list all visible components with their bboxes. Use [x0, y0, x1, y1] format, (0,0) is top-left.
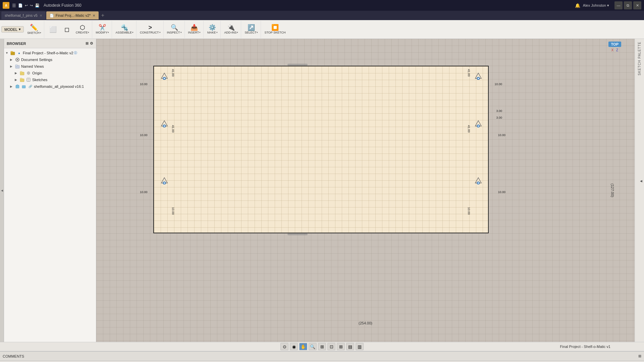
- tree-item-component[interactable]: ▶ 🔗 shelfomatic_all_plywood v16:1: [4, 83, 96, 90]
- h-scroll-indicator: [287, 64, 308, 66]
- svg-rect-18: [22, 85, 25, 88]
- addins-button[interactable]: 🔌 ADD-INS ▾: [223, 24, 239, 35]
- insert-button[interactable]: 📥 INSERT ▾: [187, 24, 202, 35]
- tab-shelfomat[interactable]: shelfomat_f_pins v5 ✕: [1, 11, 46, 19]
- tree-item-doc-settings[interactable]: ▶ Document Settings: [4, 56, 96, 63]
- constraint-br: [475, 177, 482, 185]
- tree-item-named-views[interactable]: ▶ Named Views: [4, 63, 96, 70]
- toolbar-group-assemble: 🔩 ASSEMBLE ▾: [113, 21, 137, 38]
- stop-sketch-label: STOP SKETCH: [264, 31, 285, 34]
- svg-point-27: [164, 182, 165, 184]
- component-arrow: ▶: [10, 85, 15, 88]
- tree-item-sketches[interactable]: ▶ Sketches: [4, 76, 96, 83]
- extrude-button[interactable]: ⬜: [46, 24, 60, 35]
- root-status-icon: ●: [16, 50, 22, 56]
- sketch-button[interactable]: ✏️ SKETCH ▾: [26, 23, 43, 35]
- doc-settings-icon: [15, 57, 20, 62]
- redo-btn[interactable]: ↪: [30, 3, 33, 8]
- browser-settings-icon[interactable]: ⚙: [90, 41, 93, 46]
- restore-button[interactable]: ⧉: [624, 1, 632, 9]
- construct-button[interactable]: > CONSTRUCT ▾: [139, 24, 162, 35]
- comments-expand-icon[interactable]: ⊞: [638, 354, 641, 358]
- minimize-button[interactable]: —: [614, 1, 623, 9]
- select-label: SELECT: [245, 31, 256, 34]
- origin-arrow: ▶: [15, 71, 19, 75]
- insert-label: INSERT: [188, 31, 199, 34]
- constraint-mr: [475, 120, 482, 128]
- save-btn[interactable]: 💾: [35, 3, 40, 8]
- toolbar: MODEL ▾ ✏️ SKETCH ▾ ⬜ ◻ ⬡ CREATE ▾: [0, 20, 644, 39]
- insert-icon: 📥: [191, 24, 198, 31]
- tree-item-origin[interactable]: ▶ Origin: [4, 70, 96, 76]
- right-dim-label: (127.00): [610, 184, 614, 197]
- toolbar-group-addins: 🔌 ADD-INS ▾: [221, 21, 241, 38]
- origin-icon: [26, 70, 31, 76]
- dim-mr-3-bot: 3.00: [496, 116, 502, 119]
- model-menu-button[interactable]: MODEL ▾: [1, 26, 24, 33]
- zoom-window-button[interactable]: ⊞: [318, 343, 326, 350]
- assemble-button[interactable]: 🔩 ASSEMBLE ▾: [114, 24, 135, 35]
- user-name[interactable]: Alex Johnston ▾: [583, 3, 609, 8]
- viewport[interactable]: 41.00 10.00 10.00 41.00 10.00: [96, 39, 635, 342]
- create-icon: ⬡: [80, 24, 85, 31]
- sketches-label: Sketches: [32, 78, 47, 82]
- assemble-icon: 🔩: [121, 24, 128, 31]
- construct-label: CONSTRUCT: [140, 31, 159, 34]
- sketches-folder-icon: [19, 77, 25, 82]
- svg-point-24: [164, 125, 165, 127]
- tree-item-root[interactable]: ▼ ● Final Project - Shelf-o-Matic v2 ⓪: [4, 50, 96, 56]
- inspect-button[interactable]: 🔍 INSPECT ▾: [166, 24, 183, 35]
- bottom-dim-label: (254.00): [359, 321, 372, 325]
- create-button[interactable]: ⬡ CREATE ▾: [74, 24, 91, 35]
- dim-bl-h: 10.00: [140, 190, 148, 194]
- svg-point-3: [17, 59, 18, 60]
- browser-collapse-handle[interactable]: ◀: [0, 39, 4, 342]
- dim-ml-h: 10.00: [140, 133, 148, 137]
- axis-top-label[interactable]: TOP: [608, 42, 621, 47]
- toolbar-group-stopsketch: ⏹️ STOP SKETCH: [262, 21, 288, 38]
- dim-bl-v: 10.00: [171, 207, 175, 215]
- constraint-tl: [161, 72, 168, 81]
- display-button[interactable]: ▤: [346, 343, 354, 350]
- new-tab-button[interactable]: +: [99, 12, 106, 19]
- toolbar-group-construct: > CONSTRUCT ▾: [137, 21, 164, 38]
- orbit-button[interactable]: ⊙: [280, 343, 288, 350]
- undo-btn[interactable]: ↩: [25, 3, 28, 8]
- status-bar: ⊙ ◉ ✋ 🔍 ⊞ ⊡ ⊞ ▤ ▥ Final Project - Shelf-…: [0, 342, 644, 351]
- browser-expand-icon[interactable]: ⊞: [86, 41, 89, 46]
- root-badge: ⓪: [74, 51, 77, 55]
- comments-bar: COMMENTS ⊞: [0, 351, 644, 361]
- create-label: CREATE: [76, 31, 88, 34]
- svg-point-36: [478, 182, 479, 184]
- palette-collapse[interactable]: ◀: [638, 178, 644, 184]
- file-menu[interactable]: 📄: [18, 3, 23, 8]
- browser-title: BROWSER: [7, 42, 26, 46]
- sketch-grid: [154, 66, 488, 233]
- toolbar-group-inspect: 🔍 INSPECT ▾: [164, 21, 185, 38]
- fit-button[interactable]: ⊡: [327, 343, 335, 350]
- toolbar-group-create: ⬜ ◻ ⬡ CREATE ▾: [45, 21, 93, 38]
- revolve-button[interactable]: ◻: [60, 24, 74, 35]
- look-at-button[interactable]: ◉: [290, 343, 298, 350]
- toolbar-group-select: ↗️ SELECT ▾: [242, 21, 261, 38]
- constraint-bl: [161, 177, 168, 185]
- grid-button[interactable]: ⊞: [337, 343, 345, 350]
- toolbar-group-modify: ✂️ MODIFY ▾: [93, 21, 112, 38]
- stop-sketch-button[interactable]: ⏹️ STOP SKETCH: [263, 24, 287, 35]
- tab-bar: shelfomat_f_pins v5 ✕ 📄 Final Proj...-Ma…: [0, 11, 644, 20]
- inspect-label: INSPECT: [167, 31, 180, 34]
- make-button[interactable]: ⚙️ MAKE ▾: [206, 24, 219, 35]
- modify-button[interactable]: ✂️ MODIFY ▾: [94, 24, 110, 35]
- tab-final-close[interactable]: ✕: [93, 14, 95, 17]
- zoom-button[interactable]: 🔍: [309, 343, 317, 350]
- h-scroll-indicator-bottom: [287, 233, 308, 235]
- close-button[interactable]: ✕: [633, 1, 641, 9]
- select-button[interactable]: ↗️ SELECT ▾: [243, 24, 259, 35]
- display2-button[interactable]: ▥: [356, 343, 364, 350]
- menu-icon[interactable]: ☰: [12, 3, 16, 8]
- notifications-icon[interactable]: 🔔: [575, 3, 580, 8]
- doc-settings-arrow: ▶: [10, 58, 15, 61]
- pan-button[interactable]: ✋: [299, 343, 307, 350]
- tab-shelfomat-close[interactable]: ✕: [40, 14, 42, 17]
- tab-final-project[interactable]: 📄 Final Proj...-Matic v2* ✕: [46, 11, 99, 19]
